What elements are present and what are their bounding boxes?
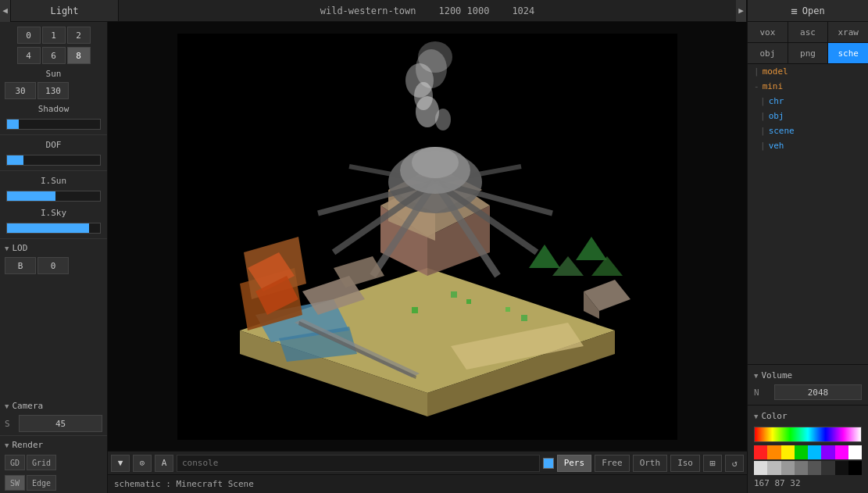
shadow-slider[interactable] <box>0 116 107 133</box>
dim2: 1000 <box>467 5 490 16</box>
camera-arrow: ▼ <box>5 402 9 410</box>
render-edge-btn[interactable]: Edge <box>27 475 56 491</box>
num-btn-2[interactable]: 2 <box>67 27 91 44</box>
letter-a-btn[interactable]: A <box>155 455 173 472</box>
svg-rect-37 <box>466 299 471 304</box>
sun-val2[interactable]: 130 <box>38 82 69 99</box>
svg-point-25 <box>412 147 459 178</box>
tab-sche[interactable]: sche <box>828 43 868 63</box>
tree-item-mini[interactable]: - mini <box>748 79 868 94</box>
render-gd-btn[interactable]: GD <box>5 455 25 470</box>
volume-arrow: ▼ <box>754 372 758 380</box>
swatch-gray3[interactable] <box>795 461 808 475</box>
pipe-icon-scene: | <box>760 126 766 136</box>
view-btn-orth[interactable]: Orth <box>633 455 668 472</box>
nav-arrow-right[interactable]: ▶ <box>736 0 747 22</box>
num-btn-0[interactable]: 0 <box>17 27 41 44</box>
num-btn-8[interactable]: 8 <box>67 47 91 64</box>
tree-item-veh[interactable]: | veh <box>748 138 868 153</box>
lod-label: LOD <box>12 243 27 253</box>
arrow-down-btn[interactable]: ▼ <box>111 455 130 472</box>
arrow-down-icon: ▼ <box>118 458 123 468</box>
viewport: ▼ ⊙ A Pers Free Orth Iso ⊞ <box>108 22 747 493</box>
swatch-dkgray[interactable] <box>821 461 834 475</box>
render-grid-btn[interactable]: Grid <box>27 455 56 470</box>
volume-value[interactable]: 2048 <box>774 384 862 400</box>
render-sw-btn[interactable]: SW <box>5 475 25 491</box>
lod-section[interactable]: ▼ LOD <box>0 241 107 255</box>
open-menu[interactable]: ≡ Open <box>747 0 868 21</box>
open-label: Open <box>802 5 825 16</box>
status-bar: schematic : Minecraft Scene <box>108 474 747 493</box>
swatch-black[interactable] <box>848 461 862 475</box>
num-btn-6[interactable]: 6 <box>42 47 66 64</box>
volume-label: Volume <box>761 370 792 380</box>
lod-b[interactable]: B <box>5 257 36 274</box>
sun-inputs: 30 130 <box>0 80 107 101</box>
render-bottom: GD Grid <box>0 452 107 473</box>
swatch-gray1[interactable] <box>767 461 780 475</box>
swatch-purple[interactable] <box>821 445 834 459</box>
num-btn-1[interactable]: 1 <box>42 27 66 44</box>
svg-rect-39 <box>505 307 510 312</box>
view-btn-free[interactable]: Free <box>595 455 630 472</box>
color-header: ▼ Color <box>748 409 868 423</box>
camera-label: Camera <box>12 401 43 411</box>
viewport-image[interactable] <box>108 22 747 451</box>
left-panel: 0 1 2 4 6 8 Sun 30 130 Shadow DOF <box>0 22 108 493</box>
dim1: 1200 <box>438 5 461 16</box>
svg-point-31 <box>435 109 451 130</box>
tree-item-obj[interactable]: | obj <box>748 109 868 123</box>
pipe-icon: | <box>754 66 759 77</box>
tab-obj[interactable]: obj <box>748 43 788 63</box>
render-bottom2: SW Edge <box>0 473 107 493</box>
swatch-orange[interactable] <box>767 445 780 459</box>
swatch-magenta[interactable] <box>835 445 848 459</box>
tree-item-scene[interactable]: | scene <box>748 123 868 138</box>
render-btn-group2: SW Edge <box>5 475 56 491</box>
swatch-ltgray[interactable] <box>754 461 767 475</box>
sun-label: Sun <box>0 66 107 80</box>
camera-val[interactable]: 45 <box>19 415 102 432</box>
pipe-icon-veh: | <box>760 141 766 151</box>
swatch-yellow[interactable] <box>781 445 795 459</box>
tab-png[interactable]: png <box>788 43 829 63</box>
isun-label: I.Sun <box>0 173 107 188</box>
swatch-black1[interactable] <box>835 461 848 475</box>
swatch-gray2[interactable] <box>781 461 795 475</box>
swatch-green[interactable] <box>795 445 808 459</box>
num-btn-4[interactable]: 4 <box>17 47 41 64</box>
camera-btn[interactable]: ⊙ <box>133 455 152 472</box>
tree-item-model[interactable]: | model <box>748 64 868 79</box>
view-color-indicator <box>543 458 554 469</box>
reset-btn[interactable]: ↺ <box>725 455 744 472</box>
console-input[interactable] <box>177 455 540 472</box>
tab-vox[interactable]: vox <box>748 22 788 42</box>
tab-xraw[interactable]: xraw <box>828 22 868 42</box>
isky-slider[interactable] <box>0 220 107 237</box>
swatch-white[interactable] <box>848 445 862 459</box>
swatch-red[interactable] <box>754 445 767 459</box>
num-buttons-row2: 4 6 8 <box>0 45 107 66</box>
tree-item-chr[interactable]: | chr <box>748 94 868 109</box>
isun-slider[interactable] <box>0 188 107 205</box>
shadow-label: Shadow <box>0 101 107 116</box>
camera-section[interactable]: ▼ Camera <box>0 398 107 413</box>
dof-slider[interactable] <box>0 152 107 169</box>
lod-val[interactable]: 0 <box>38 257 69 274</box>
grid-layout-btn[interactable]: ⊞ <box>703 455 722 472</box>
camera-icon: ⊙ <box>140 458 145 468</box>
tab-asc[interactable]: asc <box>788 22 829 42</box>
color-gradient[interactable] <box>754 427 862 442</box>
swatch-cyan[interactable] <box>808 445 821 459</box>
view-btn-pers[interactable]: Pers <box>557 455 592 472</box>
sun-val1[interactable]: 30 <box>5 82 36 99</box>
color-section: ▼ Color <box>748 405 868 493</box>
view-btn-iso[interactable]: Iso <box>670 455 700 472</box>
dof-label: DOF <box>0 137 107 152</box>
render-section[interactable]: ▼ Render <box>0 438 107 452</box>
swatch-gray4[interactable] <box>808 461 821 475</box>
nav-arrow-left[interactable]: ◀ <box>0 0 11 22</box>
volume-section: ▼ Volume N 2048 <box>748 364 868 405</box>
color-arrow: ▼ <box>754 413 758 420</box>
